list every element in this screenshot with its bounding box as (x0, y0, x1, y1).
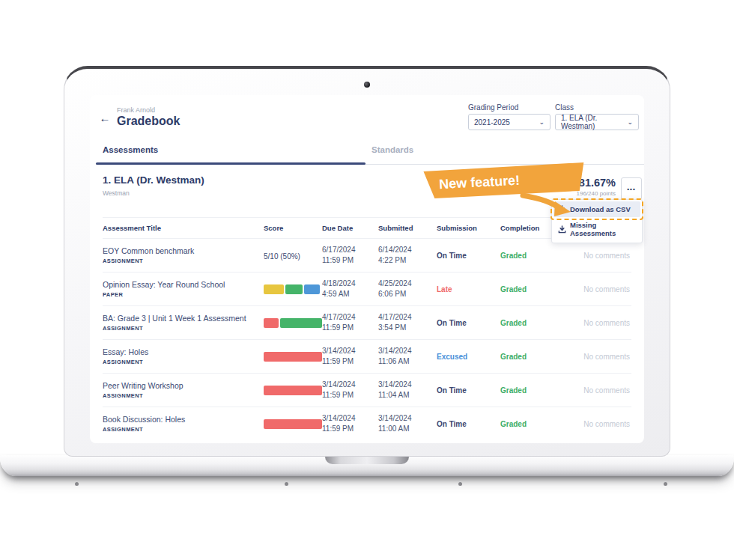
completion-status: Graded (500, 420, 556, 428)
comments-cell: No comments (556, 252, 631, 260)
score-cell (264, 318, 322, 328)
score-bar (264, 284, 322, 294)
assessment-type: ASSIGNMENT (103, 325, 264, 332)
submission-status: On Time (437, 319, 500, 327)
menu-item-label: Download as CSV (570, 205, 631, 213)
menu-item-download-csv[interactable]: Download as CSV (553, 201, 640, 217)
score-bar (264, 419, 322, 429)
total-grade-label: Total Grade (503, 182, 554, 190)
score-bar (264, 318, 322, 328)
due-date-cell: 3/14/202411:59 PM (322, 413, 378, 434)
comments-cell: No comments (556, 353, 631, 361)
download-icon (558, 225, 566, 234)
class-label: Class (555, 103, 574, 112)
assessment-title: Peer Writing Workshop (103, 381, 264, 392)
score-cell (264, 352, 322, 362)
table-row[interactable]: BA: Grade 3 | Unit 1 Week 1 Assessment A… (103, 305, 631, 339)
teacher-name: Frank Arnold (117, 106, 155, 114)
assessment-cell: Peer Writing Workshop ASSIGNMENT (103, 381, 264, 400)
due-date-cell: 3/14/202411:59 PM (322, 380, 378, 401)
laptop-foot (285, 482, 288, 486)
assessment-cell: Opinion Essay: Year Round School PAPER (103, 280, 264, 299)
grading-period-label: Grading Period (468, 103, 518, 112)
table-row[interactable]: Opinion Essay: Year Round School PAPER 4… (103, 272, 631, 305)
due-date-cell: 6/17/202411:59 PM (322, 245, 378, 266)
more-options-button[interactable]: ••• (621, 177, 642, 200)
page-title: Gradebook (117, 115, 180, 128)
laptop-foot (664, 482, 667, 486)
due-date-cell: 3/14/202411:59 PM (322, 346, 378, 367)
submitted-cell: 4/17/20243:54 PM (378, 312, 437, 333)
tab-standards[interactable]: Standards (371, 145, 413, 154)
column-header: Submitted (378, 224, 437, 232)
completion-status: Graded (500, 353, 556, 361)
class-section-subtitle: Westman (103, 189, 130, 197)
class-select[interactable]: 1. ELA (Dr. Westman) ⌄ (555, 114, 639, 130)
assessment-title: Opinion Essay: Year Round School (103, 280, 264, 290)
submission-status: On Time (437, 252, 500, 260)
comments-cell: No comments (556, 386, 631, 395)
menu-item-label: Missing Assessments (570, 221, 636, 237)
table-row[interactable]: Peer Writing Workshop ASSIGNMENT 3/14/20… (103, 373, 631, 407)
score-bar (264, 352, 322, 362)
laptop-foot (75, 482, 79, 486)
assessment-title: Essay: Holes (103, 347, 264, 358)
submitted-cell: 3/14/202411:00 AM (378, 413, 437, 434)
assessment-title: EOY Common benchmark (103, 246, 264, 257)
class-section-title: 1. ELA (Dr. Westman) (103, 174, 204, 186)
laptop-mockup: ← Frank Arnold Gradebook Grading Period … (0, 0, 734, 560)
score-cell (264, 419, 322, 429)
completion-status: Graded (500, 319, 556, 327)
column-header: Assessment Title (103, 224, 264, 232)
chevron-down-icon: ⌄ (539, 118, 545, 126)
table-row[interactable]: Book Discussion: Holes ASSIGNMENT 3/14/2… (103, 407, 631, 440)
class-value: 1. ELA (Dr. Westman) (561, 114, 622, 130)
column-header: Score (264, 224, 322, 232)
tab-assessments[interactable]: Assessments (103, 145, 158, 154)
assessment-title: BA: Grade 3 | Unit 1 Week 1 Assessment (103, 314, 264, 324)
score-cell: 5/10 (50%) (264, 249, 322, 262)
column-header: Completion (500, 224, 556, 232)
due-date-cell: 4/18/20244:59 AM (322, 279, 378, 299)
submitted-cell: 3/14/202411:04 AM (378, 380, 437, 401)
total-grade-value: 81.67% (560, 177, 616, 189)
laptop-foot (458, 482, 462, 486)
assessment-type: ASSIGNMENT (103, 258, 264, 264)
assessment-type: ASSIGNMENT (103, 359, 264, 365)
back-arrow-icon[interactable]: ← (98, 112, 112, 125)
score-cell (264, 284, 322, 294)
menu-item-missing-assessments[interactable]: Missing Assessments (553, 217, 640, 241)
chevron-down-icon: ⌄ (627, 118, 633, 126)
download-icon (558, 205, 566, 213)
assessment-type: PAPER (103, 291, 264, 298)
due-date-cell: 4/17/202411:59 PM (322, 312, 378, 333)
submission-status: Late (437, 285, 500, 293)
score-bar (264, 386, 322, 395)
completion-status: Graded (500, 386, 556, 395)
comments-cell: No comments (556, 420, 631, 428)
submitted-cell: 6/14/20244:22 PM (378, 245, 437, 266)
completion-status: Graded (500, 285, 556, 293)
table-body: EOY Common benchmark ASSIGNMENT 5/10 (50… (103, 238, 631, 440)
assessment-type: ASSIGNMENT (103, 392, 264, 399)
assessment-cell: BA: Grade 3 | Unit 1 Week 1 Assessment A… (103, 314, 264, 332)
grading-period-value: 2021-2025 (474, 118, 510, 127)
table-row[interactable]: Essay: Holes ASSIGNMENT 3/14/202411:59 P… (103, 339, 631, 373)
assessment-title: Book Discussion: Holes (103, 415, 264, 425)
assessment-cell: EOY Common benchmark ASSIGNMENT (103, 246, 264, 265)
active-tab-underline (96, 162, 366, 165)
webcam-dot (364, 82, 370, 88)
completion-status: Graded (500, 252, 556, 260)
assessment-cell: Book Discussion: Holes ASSIGNMENT (103, 415, 264, 433)
column-header: Submission (437, 224, 500, 232)
submission-status: Excused (437, 353, 500, 361)
total-grade-points: 196/240 points (560, 190, 616, 197)
submitted-cell: 3/14/202411:06 AM (378, 346, 437, 367)
column-header: Due Date (322, 224, 378, 232)
score-cell (264, 386, 322, 395)
submission-status: On Time (437, 420, 500, 428)
submitted-cell: 4/25/20246:06 PM (378, 279, 437, 299)
comments-cell: No comments (556, 319, 631, 327)
grading-period-select[interactable]: 2021-2025 ⌄ (468, 114, 550, 130)
comments-cell: No comments (556, 285, 631, 293)
